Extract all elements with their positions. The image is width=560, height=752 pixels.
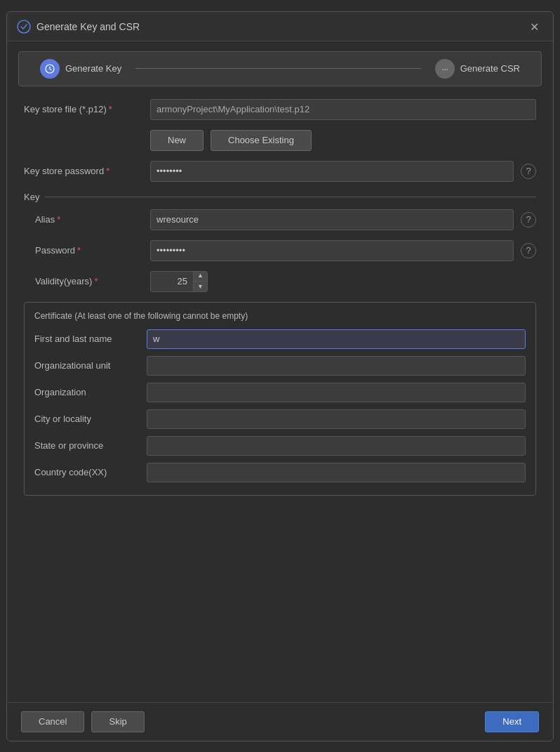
- keystore-file-input[interactable]: [150, 99, 536, 120]
- generate-key-csr-dialog: Generate Key and CSR ✕ Generate Key ··· …: [6, 11, 554, 741]
- country-label: Country code(XX): [34, 467, 140, 477]
- first-last-name-label: First and last name: [34, 334, 140, 344]
- alias-row: Alias* ?: [24, 209, 536, 230]
- required-star-password: *: [77, 245, 81, 256]
- validity-spinner: ▲ ▼: [150, 271, 208, 292]
- password-row: Password* ?: [24, 240, 536, 261]
- step-1-circle: [40, 59, 60, 79]
- org-unit-label: Organizational unit: [34, 360, 140, 371]
- org-unit-input[interactable]: [147, 356, 526, 376]
- keystore-file-row: Key store file (*.p12)*: [24, 99, 536, 120]
- step-1: Generate Key: [40, 59, 121, 79]
- required-star-keystore: *: [109, 104, 112, 114]
- dialog-footer: Cancel Skip Next: [7, 702, 553, 741]
- keystore-password-help-icon[interactable]: ?: [521, 164, 536, 179]
- keystore-password-input[interactable]: [150, 161, 514, 182]
- step-2-icon: ···: [441, 63, 448, 74]
- state-input[interactable]: [147, 436, 526, 456]
- keystore-file-label: Key store file (*.p12)*: [24, 104, 143, 114]
- step-1-label: Generate Key: [65, 63, 121, 74]
- required-star-pw: *: [106, 166, 109, 176]
- cancel-button[interactable]: Cancel: [21, 711, 84, 732]
- alias-help-icon[interactable]: ?: [521, 212, 536, 227]
- org-unit-row: Organizational unit: [34, 356, 526, 376]
- validity-input[interactable]: [151, 276, 193, 286]
- alias-input[interactable]: [150, 209, 514, 230]
- first-last-name-row: First and last name: [34, 329, 526, 349]
- organization-label: Organization: [34, 387, 140, 397]
- keystore-action-row: New Choose Existing: [150, 130, 536, 151]
- cert-section-title: Certificate (At least one of the followi…: [34, 311, 526, 321]
- step-2-label: Generate CSR: [460, 63, 520, 74]
- spinner-buttons: ▲ ▼: [193, 271, 207, 292]
- keystore-password-row: Key store password* ?: [24, 161, 536, 182]
- city-label: City or locality: [34, 414, 140, 424]
- key-section-label: Key: [24, 192, 536, 202]
- validity-label: Validity(years)*: [24, 276, 143, 286]
- title-bar-left: Generate Key and CSR: [17, 20, 140, 34]
- svg-point-0: [18, 20, 30, 33]
- first-last-name-input[interactable]: [147, 329, 526, 349]
- organization-row: Organization: [34, 383, 526, 402]
- choose-existing-button[interactable]: Choose Existing: [211, 130, 312, 151]
- password-help-icon[interactable]: ?: [521, 243, 536, 258]
- step-2: ··· Generate CSR: [435, 59, 520, 79]
- certificate-section: Certificate (At least one of the followi…: [24, 302, 536, 496]
- required-star-validity: *: [94, 276, 98, 286]
- title-bar: Generate Key and CSR ✕: [7, 12, 553, 41]
- close-button[interactable]: ✕: [526, 19, 543, 35]
- dialog-title: Generate Key and CSR: [36, 21, 140, 32]
- country-input[interactable]: [147, 463, 526, 482]
- step-connector: [135, 68, 421, 69]
- footer-left-buttons: Cancel Skip: [21, 711, 145, 732]
- new-button[interactable]: New: [150, 130, 204, 151]
- next-button[interactable]: Next: [485, 711, 539, 732]
- organization-input[interactable]: [147, 383, 526, 402]
- country-row: Country code(XX): [34, 463, 526, 482]
- dialog-content: Key store file (*.p12)* New Choose Exist…: [7, 96, 553, 702]
- city-row: City or locality: [34, 409, 526, 429]
- state-row: State or province: [34, 436, 526, 456]
- validity-row: Validity(years)* ▲ ▼: [24, 271, 536, 292]
- app-icon: [17, 20, 31, 34]
- city-input[interactable]: [147, 409, 526, 429]
- required-star-alias: *: [57, 214, 60, 225]
- state-label: State or province: [34, 440, 140, 451]
- password-label: Password*: [24, 245, 143, 256]
- keystore-password-label: Key store password*: [24, 166, 143, 176]
- spinner-up-button[interactable]: ▲: [194, 271, 207, 282]
- password-input[interactable]: [150, 240, 514, 261]
- alias-label: Alias*: [24, 214, 143, 225]
- step-2-circle: ···: [435, 59, 455, 79]
- skip-button[interactable]: Skip: [91, 711, 144, 732]
- stepper-bar: Generate Key ··· Generate CSR: [18, 51, 542, 86]
- spinner-down-button[interactable]: ▼: [194, 282, 207, 292]
